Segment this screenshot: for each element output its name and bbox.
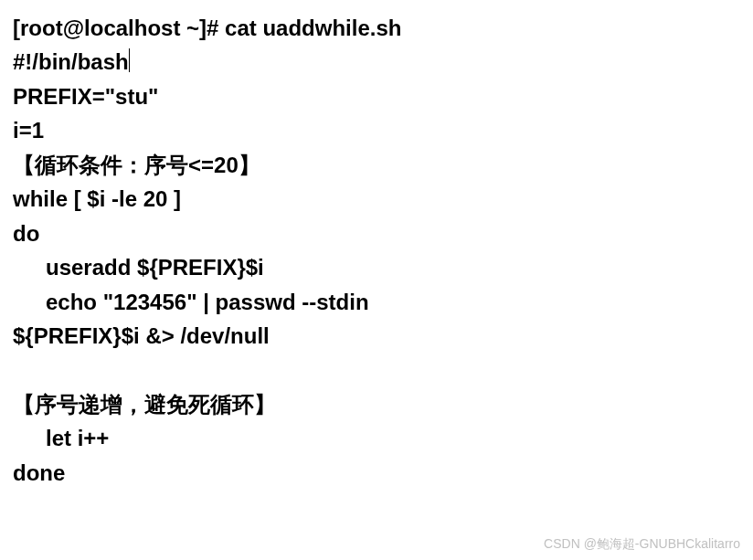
code-line-8: useradd ${PREFIX}$i — [13, 250, 740, 284]
text-cursor — [129, 48, 130, 72]
while-statement: while [ $i -le 20 ] — [13, 186, 181, 211]
var-prefix: PREFIX="stu" — [13, 84, 158, 109]
code-line-14: done — [13, 456, 740, 490]
comment-increment: 【序号递增，避免死循环】 — [13, 392, 276, 417]
do-keyword: do — [13, 221, 39, 246]
comment-loop-condition: 【循环条件：序号<=20】 — [13, 153, 260, 177]
code-line-13: let i++ — [13, 421, 740, 455]
code-line-4: i=1 — [13, 113, 740, 147]
prompt-command: [root@localhost ~]# cat uaddwhile.sh — [13, 16, 401, 40]
code-line-1: [root@localhost ~]# cat uaddwhile.sh — [13, 11, 740, 45]
code-line-5: 【循环条件：序号<=20】 — [13, 148, 740, 182]
done-keyword: done — [13, 460, 65, 485]
redirect-output: ${PREFIX}$i &> /dev/null — [13, 323, 270, 348]
echo-passwd-command: echo "123456" | passwd --stdin — [46, 290, 369, 314]
let-increment: let i++ — [46, 426, 109, 450]
code-line-9: echo "123456" | passwd --stdin — [13, 285, 740, 319]
code-line-11 — [13, 353, 740, 386]
code-line-7: do — [13, 217, 740, 250]
useradd-command: useradd ${PREFIX}$i — [46, 255, 264, 280]
code-line-2: #!/bin/bash — [13, 45, 740, 79]
shebang: #!/bin/bash — [13, 49, 129, 74]
watermark: CSDN @鲍海超-GNUBHCkalitarro — [544, 534, 740, 555]
watermark-text: CSDN @鲍海超-GNUBHCkalitarro — [544, 536, 740, 551]
code-line-12: 【序号递增，避免死循环】 — [13, 387, 740, 421]
code-block: [root@localhost ~]# cat uaddwhile.sh #!/… — [13, 11, 740, 490]
code-line-6: while [ $i -le 20 ] — [13, 182, 740, 216]
code-line-10: ${PREFIX}$i &> /dev/null — [13, 319, 740, 353]
code-line-3: PREFIX="stu" — [13, 79, 740, 113]
var-i: i=1 — [13, 118, 44, 143]
